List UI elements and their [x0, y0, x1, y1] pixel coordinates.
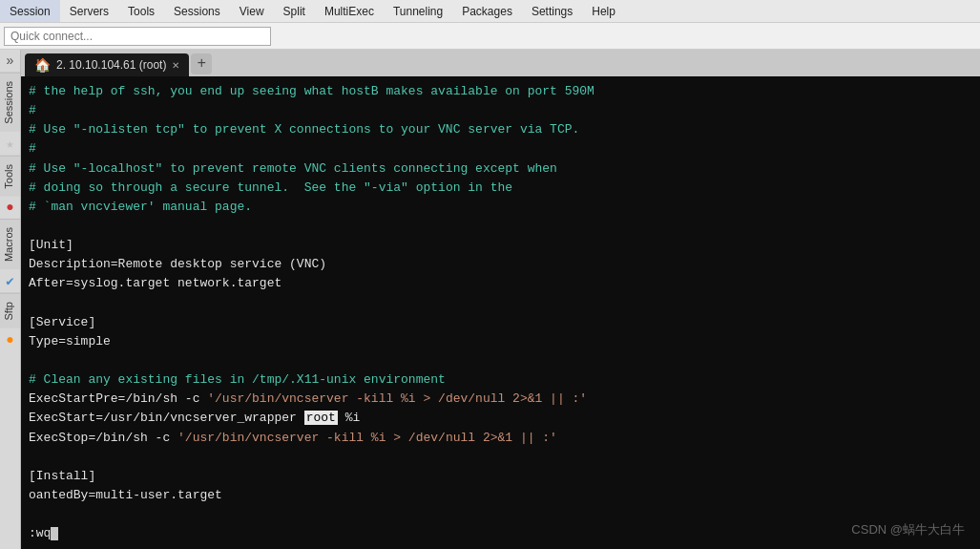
new-tab-button[interactable]: +	[191, 53, 212, 74]
terminal-line-execstop: ExecStop=/bin/sh -c '/usr/bin/vncserver …	[29, 429, 972, 448]
menu-packages[interactable]: Packages	[452, 0, 522, 22]
menu-multiexec[interactable]: MultiExec	[315, 0, 384, 22]
terminal-line-7: # `man vncviewer' manual page.	[29, 198, 972, 217]
sidebar-tab-sessions[interactable]: Sessions	[0, 73, 20, 132]
terminal-line-4: #	[29, 139, 972, 158]
sidebar-check-icon[interactable]: ✔	[0, 269, 20, 293]
terminal-line-wq: :wq	[29, 524, 972, 543]
sidebar-tab-macros[interactable]: Macros	[0, 219, 20, 269]
terminal-line-wantedby: oantedBy=multi-user.target	[29, 486, 972, 505]
menu-servers[interactable]: Servers	[60, 0, 118, 22]
terminal[interactable]: # the help of ssh, you end up seeing wha…	[21, 76, 980, 549]
terminal-line-after: After=syslog.target network.target	[29, 274, 972, 293]
menu-session[interactable]: Session	[0, 0, 60, 22]
terminal-line-3: # Use "-nolisten tcp" to prevent X conne…	[29, 120, 972, 139]
terminal-line-type: Type=simple	[29, 332, 972, 351]
terminal-line-blank3	[29, 351, 972, 370]
tab-label: 2. 10.10.104.61 (root)	[56, 58, 166, 72]
menu-split[interactable]: Split	[274, 0, 315, 22]
terminal-cursor	[51, 527, 58, 540]
menu-sessions[interactable]: Sessions	[164, 0, 230, 22]
sidebar-blue-icon[interactable]: ●	[0, 328, 20, 351]
terminal-line-2: #	[29, 101, 972, 120]
tab-bar: 🏠 2. 10.10.104.61 (root) ✕ +	[21, 50, 980, 76]
main-area: » Sessions ★ Tools ● Macros ✔ Sftp ● 🏠 2…	[0, 50, 980, 549]
sidebar: » Sessions ★ Tools ● Macros ✔ Sftp ●	[0, 50, 21, 549]
terminal-line-clean: # Clean any existing files in /tmp/.X11-…	[29, 370, 972, 390]
quickconnect-bar	[0, 23, 980, 50]
menu-settings[interactable]: Settings	[522, 0, 582, 22]
menu-tools[interactable]: Tools	[118, 0, 164, 22]
terminal-line-execstart: ExecStart=/usr/bin/vncserver_wrapper roo…	[29, 409, 972, 428]
terminal-line-6: # doing so through a secure tunnel. See …	[29, 179, 972, 198]
menubar: Session Servers Tools Sessions View Spli…	[0, 0, 980, 23]
tab-house-icon: 🏠	[34, 57, 51, 73]
terminal-line-5: # Use "-localhost" to prevent remote VNC…	[29, 159, 972, 179]
tab-bar-wrapper: 🏠 2. 10.10.104.61 (root) ✕ + # the help …	[21, 50, 980, 549]
sidebar-tab-sftp[interactable]: Sftp	[0, 293, 20, 328]
terminal-line-blank5	[29, 505, 972, 524]
terminal-line-blank1	[29, 217, 972, 236]
terminal-line-execstartpre: ExecStartPre=/bin/sh -c '/usr/bin/vncser…	[29, 390, 972, 409]
terminal-line-1: # the help of ssh, you end up seeing wha…	[29, 82, 972, 101]
terminal-line-blank2	[29, 294, 972, 313]
root-highlight: root	[304, 411, 338, 425]
sidebar-star-icon[interactable]: ★	[0, 132, 20, 156]
menu-view[interactable]: View	[230, 0, 274, 22]
menu-help[interactable]: Help	[582, 0, 625, 22]
terminal-line-install: [Install]	[29, 467, 972, 486]
quick-connect-input[interactable]	[4, 27, 271, 46]
sidebar-red-icon[interactable]: ●	[0, 196, 20, 219]
terminal-line-blank4	[29, 448, 972, 467]
watermark: CSDN @蜗牛大白牛	[851, 520, 965, 539]
terminal-line-unit: [Unit]	[29, 236, 972, 255]
sidebar-expand-arrow[interactable]: »	[0, 50, 20, 73]
sidebar-tab-tools[interactable]: Tools	[0, 156, 20, 197]
tab-close-button[interactable]: ✕	[172, 60, 179, 71]
active-tab[interactable]: 🏠 2. 10.10.104.61 (root) ✕	[25, 53, 189, 76]
terminal-line-desc: Description=Remote desktop service (VNC)	[29, 255, 972, 274]
terminal-line-service: [Service]	[29, 313, 972, 332]
menu-tunneling[interactable]: Tunneling	[384, 0, 452, 22]
